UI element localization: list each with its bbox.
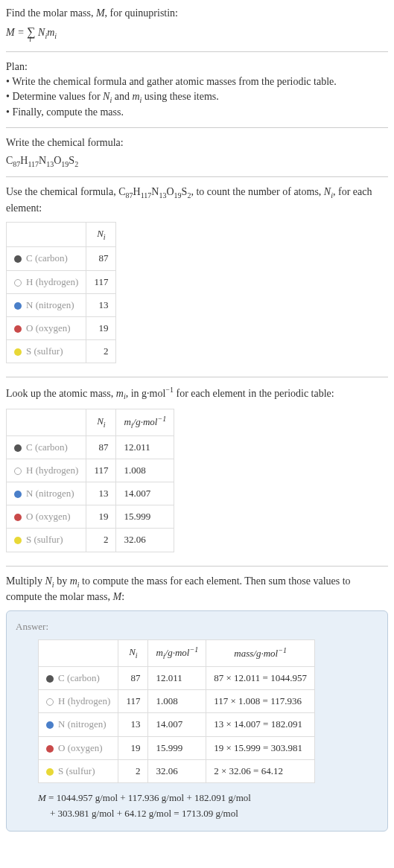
- m-value: 14.007: [148, 713, 206, 736]
- count-section: Use the chemical formula, C87H117N13O19S…: [6, 185, 388, 377]
- chem-H: H: [20, 155, 28, 166]
- table-row: S (sulfur)2: [7, 340, 116, 363]
- nitrogen-dot-icon: [14, 491, 22, 498]
- answer-label: Answer:: [16, 620, 378, 634]
- table-row: N (nitrogen)13: [7, 293, 116, 316]
- intro-var-M: M: [96, 7, 105, 19]
- calc-value: 117 × 1.008 = 117.936: [206, 690, 315, 713]
- empty-header: [39, 640, 118, 667]
- table-row: C (carbon)87: [7, 247, 116, 270]
- formula-N: N: [36, 27, 45, 38]
- m-value: 14.007: [116, 482, 174, 505]
- formula-eq: =: [15, 27, 27, 38]
- table-row: S (sulfur)232.062 × 32.06 = 64.12: [39, 759, 315, 782]
- mult-d: :: [121, 591, 124, 602]
- n-value: 13: [118, 713, 148, 736]
- formula-M: M: [6, 27, 15, 38]
- chemical-formula: C87H117N13O19S2: [6, 153, 388, 170]
- calc-value: 87 × 12.011 = 1044.957: [206, 667, 315, 690]
- final-equation: M = 1044.957 g/mol + 117.936 g/mol + 182…: [38, 791, 378, 822]
- carbon-dot-icon: [46, 675, 54, 683]
- mult-N: N: [45, 575, 52, 587]
- m-value: 15.999: [148, 736, 206, 759]
- plan-section: Plan: • Write the chemical formula and g…: [6, 60, 388, 128]
- hydrogen-dot-icon: [14, 279, 22, 287]
- multiply-section: Multiply Ni by mi to compute the mass fo…: [6, 574, 388, 832]
- table-row: O (oxygen)1915.99919 × 15.999 = 303.981: [39, 736, 315, 759]
- header-Ni: Ni: [86, 222, 116, 247]
- empty-header: [7, 409, 86, 435]
- carbon-dot-icon: [14, 444, 22, 452]
- n-value: 19: [118, 736, 148, 759]
- table-row: C (carbon)8712.011: [7, 435, 174, 459]
- calc-value: 19 × 15.999 = 303.981: [206, 736, 315, 759]
- formula-m: m: [47, 27, 54, 38]
- chem-H-n: 117: [28, 159, 39, 167]
- n-value: 19: [86, 505, 116, 529]
- mult-a: Multiply: [6, 575, 45, 587]
- m-value: 32.06: [116, 529, 174, 552]
- plan-b2-end: using these items.: [142, 91, 218, 102]
- header-mi: mi/g·mol−1: [148, 640, 206, 667]
- m-value: 12.011: [148, 667, 206, 690]
- chemical-formula-section: Write the chemical formula: C87H117N13O1…: [6, 135, 388, 177]
- m-value: 32.06: [148, 759, 206, 782]
- chem-C: C: [6, 155, 13, 166]
- n-value: 13: [86, 482, 116, 505]
- table-row: O (oxygen)19: [7, 316, 116, 339]
- element-cell: S (sulfur): [7, 340, 86, 363]
- mult-b: by: [54, 575, 70, 587]
- element-cell: H (hydrogen): [7, 270, 86, 293]
- count-text-a: Use the chemical formula,: [6, 186, 118, 197]
- table-row: N (nitrogen)1314.007: [7, 482, 174, 505]
- chem-N-n: 13: [46, 159, 54, 167]
- m-value: 12.011: [116, 435, 174, 459]
- count-N: N: [324, 186, 331, 197]
- empty-header: [7, 222, 86, 247]
- element-cell: N (nitrogen): [7, 293, 86, 316]
- lookup-text-a: Look up the atomic mass,: [6, 388, 116, 399]
- intro-text-end: , for quinupristin:: [105, 7, 178, 19]
- nitrogen-dot-icon: [14, 302, 22, 310]
- sulfur-dot-icon: [46, 768, 54, 776]
- n-value: 2: [118, 759, 148, 782]
- element-cell: O (oxygen): [7, 316, 86, 339]
- n-value: 2: [86, 529, 116, 552]
- table-row: H (hydrogen)1171.008117 × 1.008 = 117.93…: [39, 690, 315, 713]
- m-value: 1.008: [148, 690, 206, 713]
- header-mi: mi/g·mol−1: [116, 409, 174, 435]
- count-value: 117: [86, 270, 116, 293]
- mult-m: m: [70, 575, 77, 587]
- intro-text-part: Find the molar mass,: [6, 7, 96, 19]
- table-row: H (hydrogen)117: [7, 270, 116, 293]
- plan-b2-a: • Determine values for: [6, 91, 103, 102]
- element-cell: H (hydrogen): [7, 459, 86, 482]
- oxygen-dot-icon: [14, 514, 22, 521]
- sulfur-dot-icon: [14, 348, 22, 356]
- table-row: H (hydrogen)1171.008: [7, 459, 174, 482]
- chem-title: Write the chemical formula:: [6, 135, 388, 150]
- element-cell: C (carbon): [39, 667, 118, 690]
- calc-value: 2 × 32.06 = 64.12: [206, 759, 315, 782]
- lookup-m: m: [116, 388, 124, 399]
- multiply-text: Multiply Ni by mi to compute the mass fo…: [6, 574, 388, 604]
- mult-M: M: [112, 591, 121, 602]
- sulfur-dot-icon: [14, 537, 22, 544]
- table-header-row: Ni: [7, 222, 116, 247]
- table-row: S (sulfur)232.06: [7, 529, 174, 552]
- lookup-text-b: , in g·mol: [126, 388, 166, 399]
- count-value: 87: [86, 247, 116, 270]
- lookup-section: Look up the atomic mass, mi, in g·mol−1 …: [6, 385, 388, 566]
- formula-sum-sub: i: [29, 34, 31, 45]
- chem-O: O: [54, 155, 61, 166]
- plan-bullet-2: • Determine values for Ni and mi using t…: [6, 89, 388, 106]
- n-value: 117: [118, 690, 148, 713]
- lookup-table: Ni mi/g·mol−1 C (carbon)8712.011 H (hydr…: [6, 409, 174, 552]
- chem-N: N: [39, 155, 46, 166]
- header-Ni: Ni: [86, 409, 116, 435]
- table-row: N (nitrogen)1314.00713 × 14.007 = 182.09…: [39, 713, 315, 736]
- count-text: Use the chemical formula, C87H117N13O19S…: [6, 185, 388, 215]
- answer-box: Answer: Ni mi/g·mol−1 mass/g·mol−1 C (ca…: [6, 610, 388, 832]
- final-line-1: = 1044.957 g/mol + 117.936 g/mol + 182.0…: [46, 792, 251, 803]
- molar-mass-formula: M = ∑i Nimi: [6, 24, 388, 42]
